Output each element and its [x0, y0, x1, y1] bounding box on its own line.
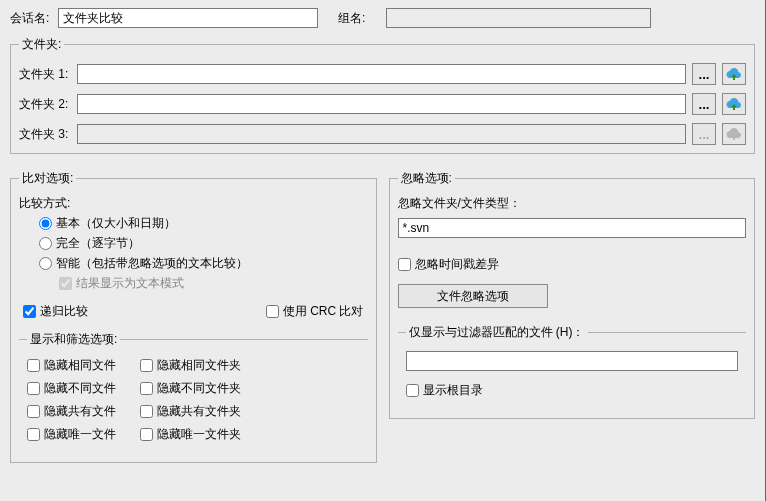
radio-basic[interactable] — [39, 217, 52, 230]
folders-group: 文件夹: 文件夹 1: ... 文件夹 2: ... 文件夹 3: — [10, 36, 755, 154]
checkbox-hide-same-file[interactable] — [27, 359, 40, 372]
radio-full-label: 完全（逐字节） — [56, 235, 140, 252]
recursive-label: 递归比较 — [40, 303, 88, 320]
radio-basic-label: 基本（仅大小和日期） — [56, 215, 176, 232]
session-name-input[interactable] — [58, 8, 318, 28]
cloud-download-icon — [726, 127, 742, 141]
checkbox-hide-excl-folder[interactable] — [140, 405, 153, 418]
checkbox-recursive[interactable] — [23, 305, 36, 318]
checkbox-hide-uniq-file[interactable] — [27, 428, 40, 441]
hide-diff-folder-label: 隐藏不同文件夹 — [157, 380, 241, 397]
checkbox-hide-uniq-folder[interactable] — [140, 428, 153, 441]
filter-match-group: 仅显示与过滤器匹配的文件 (H)： 显示根目录 — [398, 324, 747, 410]
folder1-browse-button[interactable]: ... — [692, 63, 716, 85]
ignore-types-input[interactable] — [398, 218, 747, 238]
cloud-download-icon — [726, 97, 742, 111]
ignore-options-group: 忽略选项: 忽略文件夹/文件类型： 忽略时间戳差异 文件忽略选项 仅显示与过滤器… — [389, 170, 756, 419]
show-as-text-label: 结果显示为文本模式 — [76, 275, 184, 292]
folder2-browse-button[interactable]: ... — [692, 93, 716, 115]
folder-row-2: 文件夹 2: ... — [19, 93, 746, 115]
folder3-browse-button: ... — [692, 123, 716, 145]
radio-full[interactable] — [39, 237, 52, 250]
hide-diff-file-label: 隐藏不同文件 — [44, 380, 116, 397]
checkbox-ignore-time-diff[interactable] — [398, 258, 411, 271]
folder3-label: 文件夹 3: — [19, 126, 71, 143]
crc-label: 使用 CRC 比对 — [283, 303, 364, 320]
folder3-input — [77, 124, 686, 144]
display-filter-legend: 显示和筛选选项: — [27, 331, 120, 348]
folder1-cloud-button[interactable] — [722, 63, 746, 85]
compare-options-group: 比对选项: 比较方式: 基本（仅大小和日期） 完全（逐字节） 智能（包括带忽略选… — [10, 170, 377, 463]
folder-row-1: 文件夹 1: ... — [19, 63, 746, 85]
group-name-label: 组名: — [338, 10, 376, 27]
checkbox-hide-excl-file[interactable] — [27, 405, 40, 418]
ignore-time-diff-label: 忽略时间戳差异 — [415, 256, 499, 273]
checkbox-hide-same-folder[interactable] — [140, 359, 153, 372]
session-name-label: 会话名: — [10, 10, 48, 27]
cloud-download-icon — [726, 67, 742, 81]
checkbox-hide-diff-file[interactable] — [27, 382, 40, 395]
checkbox-crc[interactable] — [266, 305, 279, 318]
display-filter-group: 显示和筛选选项: 隐藏相同文件 隐藏不同文件 隐藏共有文件 隐藏唯一文件 隐藏相… — [19, 331, 368, 454]
filter-match-legend: 仅显示与过滤器匹配的文件 (H)： — [406, 324, 588, 341]
ignore-types-label: 忽略文件夹/文件类型： — [398, 195, 747, 212]
folders-legend: 文件夹: — [19, 36, 64, 53]
filter-match-input[interactable] — [406, 351, 739, 371]
folder-row-3: 文件夹 3: ... — [19, 123, 746, 145]
folder2-input[interactable] — [77, 94, 686, 114]
checkbox-show-as-text — [59, 277, 72, 290]
folder1-input[interactable] — [77, 64, 686, 84]
folder1-label: 文件夹 1: — [19, 66, 71, 83]
hide-uniq-file-label: 隐藏唯一文件 — [44, 426, 116, 443]
ignore-options-legend: 忽略选项: — [398, 170, 455, 187]
show-root-label: 显示根目录 — [423, 382, 483, 399]
folder2-cloud-button[interactable] — [722, 93, 746, 115]
compare-method-label: 比较方式: — [19, 195, 368, 212]
hide-excl-folder-label: 隐藏共有文件夹 — [157, 403, 241, 420]
hide-excl-file-label: 隐藏共有文件 — [44, 403, 116, 420]
hide-same-file-label: 隐藏相同文件 — [44, 357, 116, 374]
radio-smart-label: 智能（包括带忽略选项的文本比较） — [56, 255, 248, 272]
radio-smart[interactable] — [39, 257, 52, 270]
hide-uniq-folder-label: 隐藏唯一文件夹 — [157, 426, 241, 443]
folder3-cloud-button — [722, 123, 746, 145]
file-ignore-options-button[interactable]: 文件忽略选项 — [398, 284, 548, 308]
compare-options-legend: 比对选项: — [19, 170, 76, 187]
checkbox-show-root[interactable] — [406, 384, 419, 397]
folder2-label: 文件夹 2: — [19, 96, 71, 113]
checkbox-hide-diff-folder[interactable] — [140, 382, 153, 395]
hide-same-folder-label: 隐藏相同文件夹 — [157, 357, 241, 374]
group-name-input[interactable] — [386, 8, 651, 28]
